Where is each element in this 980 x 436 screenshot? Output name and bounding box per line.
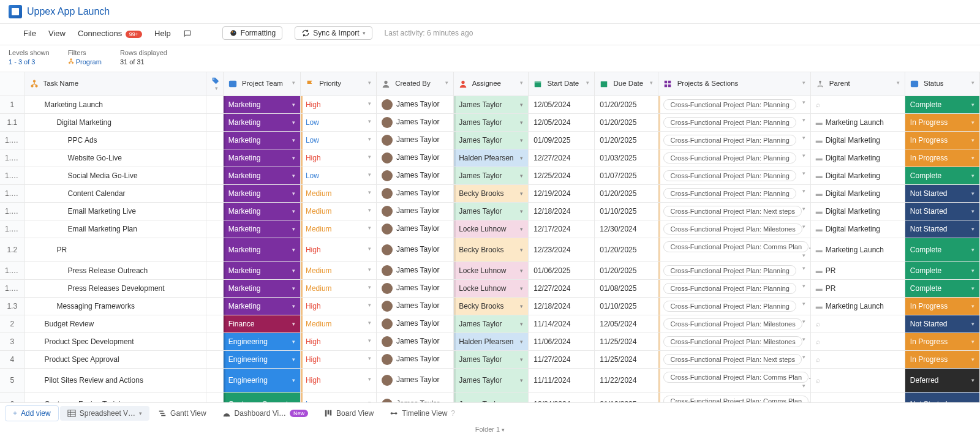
created-by-cell[interactable]: James Taylor (377, 149, 454, 167)
team-cell[interactable]: Marketing▾ (223, 167, 300, 185)
start-date-cell[interactable]: 11/14/2024 (529, 315, 595, 333)
assignee-cell[interactable]: James Taylor▾ (454, 315, 529, 333)
priority-cell[interactable]: Medium▾ (300, 262, 376, 280)
projects-cell[interactable]: Cross-Functional Project Plan: Planning▾ (658, 298, 810, 315)
parent-cell[interactable]: ⌕ (810, 369, 905, 393)
priority-cell[interactable]: Medium▾ (300, 203, 376, 220)
assignee-cell[interactable]: James Taylor▾ (454, 203, 529, 220)
projects-cell[interactable]: Cross-Functional Project Plan: Next step… (658, 351, 810, 369)
table-row[interactable]: 4Product Spec ApprovalEngineering▾High▾J… (0, 351, 980, 369)
priority-cell[interactable]: High▾ (300, 333, 376, 351)
status-cell[interactable]: Deferred▾ (905, 369, 979, 393)
assignee-cell[interactable]: Becky Brooks▾ (454, 298, 529, 315)
team-cell[interactable]: Finance▾ (223, 315, 300, 333)
parent-cell[interactable]: ⌕ (810, 333, 905, 351)
task-name-cell[interactable]: Press Release Outreach (24, 262, 206, 280)
assignee-cell[interactable]: James Taylor▾ (454, 351, 529, 369)
team-cell[interactable]: Engineering▾ (223, 351, 300, 369)
team-cell[interactable]: Marketing▾ (223, 262, 300, 280)
priority-cell[interactable]: High▾ (300, 149, 376, 167)
priority-cell[interactable]: High▾ (300, 298, 376, 315)
assignee-cell[interactable]: Halden Pfearsen▾ (454, 149, 529, 167)
col-header-created[interactable]: Created By▾ (377, 72, 454, 96)
task-name-cell[interactable]: Messaging Frameworks (24, 298, 206, 315)
status-cell[interactable]: Complete▾ (905, 167, 979, 185)
created-by-cell[interactable]: James Taylor (377, 96, 454, 114)
tags-cell[interactable] (206, 220, 223, 238)
status-cell[interactable]: Not Started▾ (905, 185, 979, 203)
table-row[interactable]: 1.1▾Digital MarketingMarketing▾Low▾James… (0, 114, 980, 132)
table-row[interactable]: 1.2▾PRMarketing▾High▾James TaylorBecky B… (0, 238, 980, 262)
task-name-cell[interactable]: Budget Review (24, 315, 206, 333)
table-row[interactable]: 1.2.2Press Releases DevelopmentMarketing… (0, 280, 980, 298)
search-icon[interactable]: ⌕ (816, 337, 820, 346)
created-by-cell[interactable]: James Taylor (377, 369, 454, 393)
projects-cell[interactable]: Cross-Functional Project Plan: Comms Pla… (658, 369, 810, 393)
created-by-cell[interactable]: James Taylor (377, 238, 454, 262)
status-cell[interactable]: Complete▾ (905, 238, 979, 262)
created-by-cell[interactable]: James Taylor (377, 132, 454, 149)
projects-cell[interactable]: Cross-Functional Project Plan: Next step… (658, 203, 810, 220)
start-date-cell[interactable]: 12/27/2024 (529, 149, 595, 167)
projects-cell[interactable]: Cross-Functional Project Plan: Planning▾ (658, 280, 810, 298)
assignee-cell[interactable]: Becky Brooks▾ (454, 185, 529, 203)
start-date-cell[interactable]: 12/27/2024 (529, 280, 595, 298)
task-name-cell[interactable]: ▾PR (24, 238, 206, 262)
tags-cell[interactable] (206, 262, 223, 280)
col-header-parent[interactable]: Parent▾ (810, 72, 905, 96)
assignee-cell[interactable]: Becky Brooks▾ (454, 238, 529, 262)
status-cell[interactable]: In Progress▾ (905, 114, 979, 132)
table-row[interactable]: 1.3Messaging FrameworksMarketing▾High▾Ja… (0, 298, 980, 315)
task-name-cell[interactable]: ▾Marketing Launch (24, 96, 206, 114)
assignee-cell[interactable]: Halden Pfearsen▾ (454, 333, 529, 351)
task-name-cell[interactable]: Press Releases Development (24, 280, 206, 298)
projects-cell[interactable]: Cross-Functional Project Plan: Planning▾ (658, 132, 810, 149)
tags-cell[interactable] (206, 280, 223, 298)
priority-cell[interactable]: High▾ (300, 369, 376, 393)
tags-cell[interactable] (206, 132, 223, 149)
table-row[interactable]: 1.1.6Email Marketing PlanMarketing▾Mediu… (0, 220, 980, 238)
parent-cell[interactable]: ▬Digital Marketing (810, 185, 905, 203)
created-by-cell[interactable]: James Taylor (377, 167, 454, 185)
tags-cell[interactable] (206, 185, 223, 203)
team-cell[interactable]: Marketing▾ (223, 280, 300, 298)
menu-file[interactable]: File (23, 29, 36, 38)
priority-cell[interactable]: Medium▾ (300, 315, 376, 333)
created-by-cell[interactable]: James Taylor (377, 280, 454, 298)
start-date-cell[interactable]: 12/18/2024 (529, 298, 595, 315)
assignee-cell[interactable]: James Taylor▾ (454, 167, 529, 185)
col-header-projects[interactable]: Projects & Sections▾ (658, 72, 810, 96)
task-name-cell[interactable]: Social Media Go-Live (24, 167, 206, 185)
due-date-cell[interactable]: 01/10/2025 (595, 298, 658, 315)
start-date-cell[interactable]: 12/19/2024 (529, 185, 595, 203)
col-header-due[interactable]: Due Date▾ (595, 72, 658, 96)
table-row[interactable]: 3Product Spec DevelopmentEngineering▾Hig… (0, 333, 980, 351)
priority-cell[interactable]: Medium▾ (300, 220, 376, 238)
col-header-tags[interactable]: ▾ (206, 72, 223, 96)
parent-cell[interactable]: ▬Marketing Launch (810, 238, 905, 262)
team-cell[interactable]: Marketing▾ (223, 185, 300, 203)
status-cell[interactable]: Not Started▾ (905, 203, 979, 220)
due-date-cell[interactable]: 11/25/2024 (595, 333, 658, 351)
tags-cell[interactable] (206, 96, 223, 114)
start-date-cell[interactable]: 01/09/2025 (529, 132, 595, 149)
created-by-cell[interactable]: James Taylor (377, 351, 454, 369)
status-cell[interactable]: Not Started▾ (905, 315, 979, 333)
task-name-cell[interactable]: Email Marketing Plan (24, 220, 206, 238)
assignee-cell[interactable]: James Taylor▾ (454, 96, 529, 114)
table-row[interactable]: 1.1.5Email Marketing LiveMarketing▾Mediu… (0, 203, 980, 220)
tags-cell[interactable] (206, 351, 223, 369)
team-cell[interactable]: Marketing▾ (223, 149, 300, 167)
parent-cell[interactable]: ▬Marketing Launch (810, 114, 905, 132)
created-by-cell[interactable]: James Taylor (377, 333, 454, 351)
parent-cell[interactable]: ▬PR (810, 262, 905, 280)
team-cell[interactable]: Marketing▾ (223, 132, 300, 149)
parent-cell[interactable]: ▬Digital Marketing (810, 220, 905, 238)
task-name-cell[interactable]: Pilot Sites Review and Actions (24, 369, 206, 393)
team-cell[interactable]: Marketing▾ (223, 238, 300, 262)
menu-view[interactable]: View (48, 29, 66, 38)
projects-cell[interactable]: Cross-Functional Project Plan: Planning▾ (658, 185, 810, 203)
due-date-cell[interactable]: 01/20/2025 (595, 262, 658, 280)
due-date-cell[interactable]: 01/20/2025 (595, 185, 658, 203)
projects-cell[interactable]: Cross-Functional Project Plan: Milestone… (658, 333, 810, 351)
